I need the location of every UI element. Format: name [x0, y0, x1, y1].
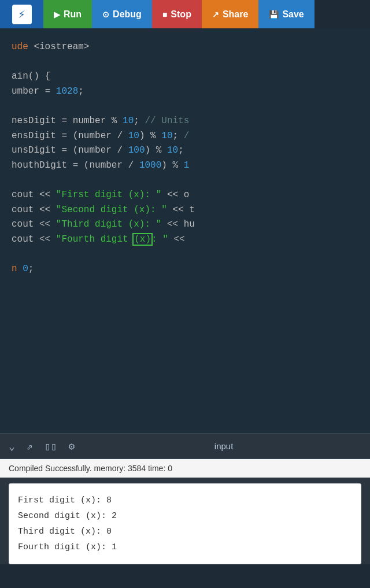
code-line-15 [12, 247, 370, 262]
code-line-3: ain() { [12, 69, 370, 84]
code-line-7: ensDigit = (number / 10) % 10; / [12, 129, 370, 144]
save-icon: 💾 [269, 10, 279, 19]
share-label: Share [223, 9, 248, 20]
status-bar: Compiled Successfully. memory: 3584 time… [0, 459, 370, 478]
code-line-10 [12, 173, 370, 188]
output-line-4: Fourth digit (x): 1 [18, 539, 352, 555]
output-area: First digit (x): 8 Second digit (x): 2 T… [9, 483, 361, 564]
copy-icon[interactable]: ▯▯ [45, 440, 57, 453]
debug-label: Debug [113, 9, 142, 20]
save-button[interactable]: 💾 Save [258, 0, 314, 28]
status-text: Compiled Successfully. memory: 3584 time… [9, 464, 172, 473]
run-label: Run [64, 9, 82, 20]
code-editor[interactable]: ude <iostream> ain() { umber = 1028; nes… [0, 28, 370, 433]
code-line-2 [12, 55, 370, 70]
code-line-4: umber = 1028; [12, 84, 370, 99]
code-line-6: nesDigit = number % 10; // Units [12, 114, 370, 129]
stop-label: Stop [171, 9, 191, 20]
code-line-14: cout << "Fourth digit (x): " << [12, 232, 370, 247]
code-line-1: ude <iostream> [12, 40, 370, 55]
code-line-11: cout << "First digit (x): " << o [12, 188, 370, 203]
code-line-5 [12, 99, 370, 114]
code-line-13: cout << "Third digit (x): " << hu [12, 217, 370, 232]
debug-icon: ⊙ [102, 10, 109, 19]
toolbar: ⚡ ▶ Run ⊙ Debug ■ Stop ↗ Share 💾 Save [0, 0, 370, 28]
panel-input-label: input [214, 441, 234, 451]
logo-area: ⚡ [0, 0, 43, 28]
save-label: Save [282, 9, 304, 20]
code-line-8: unsDigit = (number / 100) % 10; [12, 143, 370, 158]
code-line-9: houthDigit = (number / 1000) % 1 [12, 158, 370, 173]
bottom-panel: ⌄ ⇗ ▯▯ ⚙ input Compiled Successfully. me… [0, 433, 370, 564]
stop-button[interactable]: ■ Stop [152, 0, 202, 28]
chevron-down-icon[interactable]: ⌄ [9, 440, 15, 453]
code-line-12: cout << "Second digit (x): " << t [12, 203, 370, 218]
stop-icon: ■ [162, 10, 167, 19]
code-line-16: n 0; [12, 262, 370, 277]
share-icon: ↗ [212, 10, 219, 19]
run-button[interactable]: ▶ Run [43, 0, 92, 28]
output-line-2: Second digit (x): 2 [18, 508, 352, 524]
panel-toolbar: ⌄ ⇗ ▯▯ ⚙ input [0, 434, 370, 459]
run-icon: ▶ [54, 10, 60, 19]
output-line-3: Third digit (x): 0 [18, 524, 352, 539]
output-line-1: First digit (x): 8 [18, 493, 352, 508]
lightning-icon: ⚡ [12, 5, 32, 24]
debug-button[interactable]: ⊙ Debug [92, 0, 152, 28]
share-button[interactable]: ↗ Share [202, 0, 258, 28]
expand-icon[interactable]: ⇗ [27, 440, 33, 453]
settings-icon[interactable]: ⚙ [68, 440, 75, 453]
